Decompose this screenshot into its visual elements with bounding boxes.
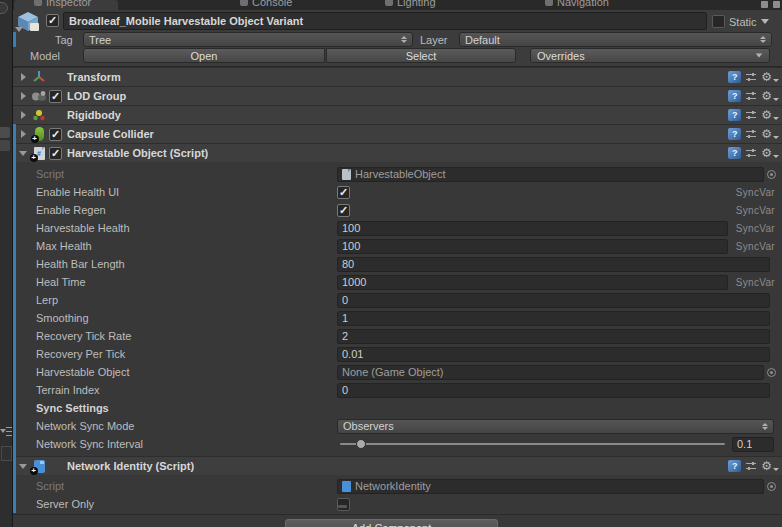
syncvar-badge: SyncVar — [728, 241, 782, 252]
presets-icon[interactable] — [745, 109, 757, 121]
window-tab-bar: Inspector Console Lighting Navigation — [13, 0, 782, 10]
add-component-button[interactable]: Add Component — [285, 519, 498, 527]
added-component-badge: + — [31, 135, 39, 143]
script-object-field[interactable]: NetworkIdentity — [337, 479, 764, 494]
gear-icon[interactable]: ⚙ — [761, 460, 779, 472]
presets-icon[interactable] — [745, 90, 757, 102]
component-header-harvestable-object[interactable]: #+ Harvestable Object (Script) ? ⚙ — [13, 143, 782, 162]
script-asset-icon — [342, 481, 351, 492]
slider-track[interactable] — [340, 443, 725, 445]
foldout-icon[interactable] — [17, 151, 29, 156]
help-icon[interactable]: ? — [728, 71, 741, 83]
tab-navigation[interactable]: Navigation — [545, 0, 609, 10]
gameobject-active-checkbox[interactable] — [46, 14, 59, 27]
network-sync-mode-dropdown[interactable]: Observers — [337, 419, 774, 434]
object-picker-icon[interactable] — [767, 482, 776, 491]
object-picker-icon[interactable] — [767, 170, 776, 179]
max-health-input[interactable]: 100 — [337, 239, 728, 254]
harvestable-health-input[interactable]: 100 — [337, 221, 728, 236]
presets-icon[interactable] — [745, 128, 757, 140]
field-label: Script — [36, 480, 337, 492]
adjacent-panel-fragment — [0, 127, 10, 138]
foldout-icon[interactable] — [17, 464, 29, 469]
slider-handle[interactable] — [356, 439, 366, 449]
field-row-server-only: Server Only — [13, 495, 782, 513]
sync-settings-header-row: Sync Settings — [13, 399, 782, 417]
field-label: Server Only — [36, 498, 337, 510]
help-icon[interactable]: ? — [728, 90, 741, 102]
field-label: Terrain Index — [36, 384, 337, 396]
field-row-heal-time: Heal Time 1000 SyncVar — [13, 273, 782, 291]
model-open-button[interactable]: Open — [83, 48, 325, 63]
tab-label: Navigation — [557, 0, 609, 8]
smoothing-input[interactable]: 1 — [337, 311, 770, 326]
tag-dropdown[interactable]: Tree — [83, 32, 413, 47]
presets-icon[interactable] — [745, 460, 757, 472]
foldout-icon[interactable] — [17, 111, 29, 119]
recovery-per-tick-input[interactable]: 0.01 — [337, 347, 770, 362]
component-header-lod-group[interactable]: LOD Group ? ⚙ — [13, 86, 782, 105]
gameobject-header: Static Tag Tree Layer Default Model Open — [13, 10, 782, 67]
adjacent-panel-fragment — [1, 446, 12, 461]
component-title: Network Identity (Script) — [63, 460, 194, 472]
tab-label: Console — [252, 0, 292, 8]
server-only-checkbox[interactable] — [337, 498, 350, 511]
component-header-rigidbody[interactable]: Rigidbody ? ⚙ — [13, 105, 782, 124]
gear-icon[interactable]: ⚙ — [761, 90, 779, 102]
field-label: Harvestable Health — [36, 222, 337, 234]
tab-lighting[interactable]: Lighting — [385, 0, 436, 10]
console-tab-icon — [240, 0, 248, 6]
static-checkbox[interactable] — [712, 15, 725, 28]
enable-health-ui-checkbox[interactable] — [337, 186, 350, 199]
layer-dropdown[interactable]: Default — [459, 32, 772, 47]
object-value: None (Game Object) — [342, 366, 443, 379]
gear-icon[interactable]: ⚙ — [761, 71, 779, 83]
lerp-input[interactable]: 0 — [337, 293, 770, 308]
gear-icon[interactable]: ⚙ — [761, 147, 779, 159]
gameobject-name-field[interactable] — [63, 12, 707, 30]
lock-icon[interactable] — [761, 1, 768, 8]
presets-icon[interactable] — [745, 71, 757, 83]
window-menu-icon[interactable] — [773, 1, 780, 8]
component-title: Capsule Collider — [63, 128, 154, 140]
field-row-recovery-per-tick: Recovery Per Tick 0.01 — [13, 345, 782, 363]
health-bar-length-input[interactable]: 80 — [337, 257, 770, 272]
foldout-icon[interactable] — [17, 73, 29, 81]
component-header-network-identity[interactable]: + Network Identity (Script) ? ⚙ — [13, 456, 782, 475]
enable-regen-checkbox[interactable] — [337, 204, 350, 217]
static-dropdown-icon[interactable] — [761, 19, 769, 24]
harvestable-object-object-field[interactable]: None (Game Object) — [337, 365, 764, 380]
network-sync-interval-slider[interactable] — [340, 437, 725, 451]
field-label: Health Bar Length — [36, 258, 337, 270]
gear-icon[interactable]: ⚙ — [761, 128, 779, 140]
model-select-button[interactable]: Select — [326, 48, 516, 63]
gear-icon[interactable]: ⚙ — [761, 109, 779, 121]
network-sync-interval-input[interactable]: 0.1 — [732, 437, 774, 452]
tab-inspector[interactable]: Inspector — [14, 0, 118, 10]
foldout-icon[interactable] — [17, 130, 29, 138]
help-icon[interactable]: ? — [728, 460, 741, 472]
model-overrides-button[interactable]: Overrides — [530, 48, 770, 63]
field-row-smoothing: Smoothing 1 — [13, 309, 782, 327]
component-enabled-checkbox[interactable] — [49, 147, 62, 160]
heal-time-input[interactable]: 1000 — [337, 275, 728, 290]
foldout-icon[interactable] — [17, 92, 29, 100]
recovery-tick-rate-input[interactable]: 2 — [337, 329, 770, 344]
network-identity-icon: + — [29, 460, 49, 473]
help-icon[interactable]: ? — [728, 147, 741, 159]
component-enabled-checkbox[interactable] — [49, 128, 62, 141]
component-enabled-checkbox[interactable] — [49, 90, 62, 103]
field-label: Heal Time — [36, 276, 337, 288]
component-header-capsule-collider[interactable]: + Capsule Collider ? ⚙ — [13, 124, 782, 143]
prefab-override-bar — [13, 32, 16, 47]
help-icon[interactable]: ? — [728, 128, 741, 140]
script-object-field[interactable]: HarvestableObject — [337, 167, 764, 182]
dropdown-arrows-icon — [762, 423, 768, 430]
object-picker-icon[interactable] — [767, 368, 776, 377]
component-header-transform[interactable]: Transform ? ⚙ — [13, 67, 782, 86]
rigidbody-icon — [29, 107, 49, 123]
help-icon[interactable]: ? — [728, 109, 741, 121]
presets-icon[interactable] — [745, 147, 757, 159]
tab-console[interactable]: Console — [240, 0, 292, 10]
terrain-index-input[interactable]: 0 — [337, 383, 770, 398]
